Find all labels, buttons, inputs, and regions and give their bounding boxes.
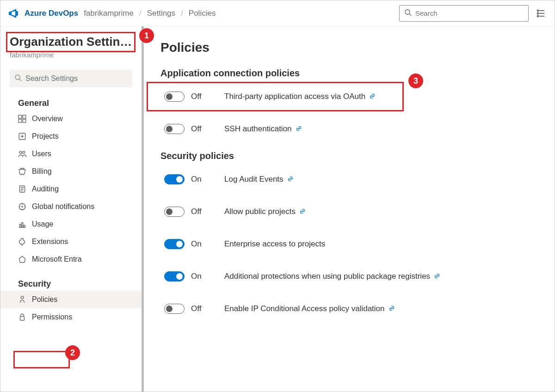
azure-devops-logo-icon: [8, 8, 19, 19]
sidebar-item-overview[interactable]: Overview: [0, 110, 142, 128]
policy-label: Additional protections when using public…: [224, 272, 430, 281]
sidebar-item-microsoft-entra[interactable]: Microsoft Entra: [0, 251, 142, 268]
global-search[interactable]: [399, 5, 529, 22]
toggle-state-label: On: [191, 272, 224, 281]
auditing-icon: [18, 185, 26, 193]
sidebar-item-policies[interactable]: Policies: [0, 291, 142, 308]
crumb-policies[interactable]: Policies: [189, 9, 216, 18]
sidebar-title: Organization Settin…: [10, 35, 132, 49]
search-icon: [404, 9, 412, 18]
policy-label: Enterprise access to projects: [224, 239, 325, 249]
svg-line-1: [409, 14, 411, 16]
toggle-state-label: Off: [191, 304, 224, 313]
entra-icon: [18, 255, 26, 263]
extensions-icon: [18, 238, 26, 246]
section-app-connection: Application connection policies: [160, 68, 538, 79]
policy-label: Third-party application access via OAuth: [224, 92, 365, 101]
crumb-org[interactable]: fabrikamprime: [84, 9, 134, 18]
svg-rect-13: [23, 119, 26, 122]
policy-row: OffThird-party application access via OA…: [160, 86, 538, 107]
svg-point-29: [21, 296, 24, 299]
link-icon[interactable]: [296, 125, 302, 133]
link-icon[interactable]: [434, 273, 440, 281]
sidebar-item-projects[interactable]: Projects: [0, 128, 142, 145]
sidebar-group-security: Security: [0, 268, 142, 291]
svg-rect-30: [20, 317, 25, 320]
svg-rect-12: [18, 119, 22, 122]
svg-point-0: [405, 10, 410, 14]
sidebar-item-billing[interactable]: Billing: [0, 163, 142, 180]
sidebar-item-label: Usage: [32, 220, 53, 228]
sidebar-search-placeholder: Search Settings: [25, 74, 78, 83]
crumb-separator: /: [139, 9, 142, 18]
toggle-switch[interactable]: [164, 239, 185, 249]
svg-point-2: [537, 10, 538, 11]
policy-row: OffEnable IP Conditional Access policy v…: [160, 298, 538, 319]
policy-label: Log Audit Events: [224, 175, 284, 184]
toggle-state-label: Off: [191, 92, 224, 101]
usage-icon: [18, 220, 26, 228]
toggle-state-label: Off: [191, 124, 224, 134]
sidebar-item-label: Microsoft Entra: [32, 255, 82, 263]
brand-label[interactable]: Azure DevOps: [25, 9, 78, 18]
toggle-state-label: Off: [191, 207, 224, 216]
sidebar-item-users[interactable]: Users: [0, 145, 142, 163]
link-icon[interactable]: [388, 305, 395, 313]
link-icon[interactable]: [369, 93, 376, 101]
sidebar-item-label: Extensions: [32, 238, 68, 246]
section-security-policies: Security policies: [160, 151, 538, 161]
sidebar-item-global-notifications[interactable]: Global notifications: [0, 198, 142, 215]
toggle-switch[interactable]: [164, 92, 185, 102]
policy-row: OnEnterprise access to projects: [160, 233, 538, 255]
sidebar-item-label: Global notifications: [32, 202, 94, 211]
global-search-input[interactable]: [415, 9, 524, 17]
svg-rect-10: [18, 115, 22, 118]
toggle-state-label: On: [191, 239, 224, 249]
sidebar-item-auditing[interactable]: Auditing: [0, 180, 142, 198]
policy-label: SSH authentication: [224, 124, 292, 134]
policy-label: Enable IP Conditional Access policy vali…: [224, 304, 385, 313]
toggle-switch[interactable]: [164, 174, 185, 184]
svg-rect-28: [24, 225, 25, 227]
toggle-switch[interactable]: [164, 304, 185, 314]
sidebar-item-permissions[interactable]: Permissions: [0, 308, 142, 326]
permissions-icon: [18, 313, 26, 321]
sidebar-item-extensions[interactable]: Extensions: [0, 233, 142, 251]
sidebar-item-label: Permissions: [32, 313, 72, 321]
sidebar: Organization Settin… fabrikamprime Searc…: [0, 26, 144, 392]
sidebar-item-label: Projects: [32, 132, 59, 141]
sidebar-item-label: Billing: [32, 167, 52, 176]
annotation-badge-2: 2: [65, 345, 80, 360]
sidebar-item-label: Users: [32, 150, 51, 158]
billing-icon: [18, 167, 26, 176]
svg-rect-11: [23, 115, 26, 118]
toggle-switch[interactable]: [164, 271, 185, 282]
link-icon[interactable]: [287, 176, 294, 184]
crumb-separator: /: [181, 9, 183, 18]
policy-label: Allow public projects: [224, 207, 296, 216]
toggle-switch[interactable]: [164, 124, 185, 134]
policy-row: OffSSH authentication: [160, 118, 538, 140]
toggle-state-label: On: [191, 175, 224, 184]
overview-icon: [18, 115, 26, 123]
sidebar-item-label: Overview: [32, 115, 63, 123]
policies-icon: [18, 295, 26, 304]
svg-point-24: [22, 206, 23, 207]
crumb-settings[interactable]: Settings: [147, 9, 175, 18]
users-icon: [18, 150, 26, 158]
svg-point-6: [537, 15, 538, 17]
toggle-switch[interactable]: [164, 207, 185, 217]
filter-list-icon[interactable]: [534, 7, 547, 20]
notifications-icon: [18, 202, 26, 211]
svg-point-17: [19, 151, 22, 153]
policy-row: OffAllow public projects: [160, 201, 538, 222]
svg-point-18: [23, 151, 25, 153]
policy-row: OnAdditional protections when using publ…: [160, 266, 538, 287]
link-icon[interactable]: [299, 208, 306, 216]
topbar: Azure DevOps fabrikamprime / Settings / …: [0, 0, 555, 26]
sidebar-item-usage[interactable]: Usage: [0, 215, 142, 233]
annotation-box-2: [13, 351, 70, 368]
svg-point-4: [537, 12, 538, 14]
sidebar-search[interactable]: Search Settings: [10, 70, 132, 87]
sidebar-group-general: General: [0, 87, 142, 110]
